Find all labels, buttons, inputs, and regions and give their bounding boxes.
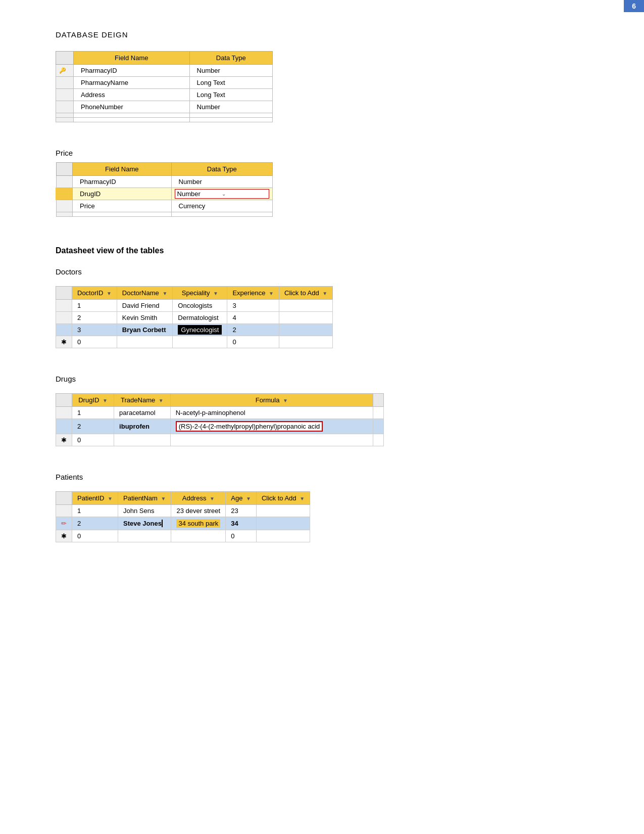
field-pharmacyid: PharmacyID — [74, 65, 190, 77]
doctor-id-2: 2 — [72, 312, 117, 324]
drugs-col-formula: Formula ▼ — [170, 394, 373, 407]
type-drugid-dropdown[interactable]: Number ⌄ — [171, 188, 272, 200]
patient-name-2: Steve Jones — [118, 517, 171, 530]
patient-add-new — [256, 530, 310, 542]
table-row: PhoneNumber Number — [56, 101, 273, 113]
field-phonenumber: PhoneNumber — [74, 101, 190, 113]
table-row-selected: 2 ibuprofen (RS)-2-(4-(2-methylpropyl)ph… — [56, 419, 384, 434]
doctor-speciality-2: Dermatologist — [173, 312, 227, 324]
table-row: PharmacyNarne Long Text — [56, 77, 273, 89]
doctors-col-add: Click to Add ▼ — [279, 287, 333, 300]
table-row-empty — [56, 118, 273, 122]
doctor-add-2 — [279, 312, 333, 324]
doctor-name-3: Bryan Corbett — [117, 324, 172, 336]
doctors-table: DoctorID ▼ DoctorName ▼ Speciality ▼ Exp… — [56, 286, 333, 348]
pharmacy-data-type-header: Data Type — [189, 52, 272, 65]
drug-id-1: 1 — [72, 407, 114, 419]
drugs-table: DrugID ▼ TradeName ▼ Formula ▼ 1 paracet… — [56, 393, 384, 446]
field-address: Address — [74, 89, 190, 101]
table-row-highlight: DrugID Number ⌄ — [57, 188, 273, 200]
table-row-new: ✱ 0 0 — [56, 530, 310, 542]
patient-address-new — [171, 530, 226, 542]
doctors-col-speciality: Speciality ▼ — [173, 287, 227, 300]
doctor-add-1 — [279, 300, 333, 312]
patients-col-address: Address ▼ — [171, 492, 226, 505]
patient-id-1: 1 — [72, 505, 118, 517]
doctor-id-3: 3 — [72, 324, 117, 336]
type-price: Currency — [171, 200, 272, 212]
table-row-empty — [57, 212, 273, 217]
patient-address-1: 23 dever street — [171, 505, 226, 517]
price-table: Field Name Data Type PharmacyID Number D… — [56, 162, 273, 217]
patient-add-2 — [256, 517, 310, 530]
drug-id-new: 0 — [72, 434, 114, 446]
table-row: 2 Kevin Smith Dermatologist 4 — [56, 312, 333, 324]
patient-address-2: 34 south park — [171, 517, 226, 530]
drug-trade-1: paracetamol — [114, 407, 171, 419]
page-number: 6 — [624, 0, 644, 12]
drug-id-2: 2 — [72, 419, 114, 434]
field-drugid: DrugID — [73, 188, 172, 200]
table-row-selected: ✏ 2 Steve Jones 34 south park 34 — [56, 517, 310, 530]
table-row-empty — [56, 113, 273, 118]
table-row: Address Long Text — [56, 89, 273, 101]
doctor-speciality-1: Oncologists — [173, 300, 227, 312]
pharmacy-field-name-header: Field Name — [74, 52, 190, 65]
patient-add-1 — [256, 505, 310, 517]
patients-col-name: PatientNam ▼ — [118, 492, 171, 505]
doctor-speciality-3-selected: Gynecologist — [173, 324, 227, 336]
patients-col-add: Click to Add ▼ — [256, 492, 310, 505]
drugs-col-trade: TradeName ▼ — [114, 394, 171, 407]
patients-col-age: Age ▼ — [226, 492, 257, 505]
field-pharmacyid-price: PharmacyID — [73, 176, 172, 188]
pencil-icon: ✏ — [61, 520, 67, 527]
table-row-selected: 3 Bryan Corbett Gynecologist 2 — [56, 324, 333, 336]
field-price: Price — [73, 200, 172, 212]
patients-col-id: PatientID ▼ — [72, 492, 118, 505]
price-section-label: Price — [56, 149, 588, 157]
patient-age-new: 0 — [226, 530, 257, 542]
type-pharmacynarne: Long Text — [189, 77, 272, 89]
doctors-section-label: Doctors — [56, 267, 588, 276]
doctor-id-new: 0 — [72, 336, 117, 348]
doctors-col-id: DoctorID ▼ — [72, 287, 117, 300]
doctor-exp-2: 4 — [227, 312, 279, 324]
page-title: DATABASE DEIGN — [56, 30, 588, 39]
doctor-name-2: Kevin Smith — [117, 312, 172, 324]
drugs-section-label: Drugs — [56, 375, 588, 383]
doctors-col-name: DoctorName ▼ — [117, 287, 172, 300]
type-address: Long Text — [189, 89, 272, 101]
doctor-name-1: David Friend — [117, 300, 172, 312]
doctor-exp-1: 3 — [227, 300, 279, 312]
patient-age-1: 23 — [226, 505, 257, 517]
drugs-col-id: DrugID ▼ — [72, 394, 114, 407]
doctor-exp-3: 2 — [227, 324, 279, 336]
doctors-col-experience: Experience ▼ — [227, 287, 279, 300]
price-data-type-header: Data Type — [171, 163, 272, 176]
drug-trade-new — [114, 434, 171, 446]
patient-id-2: 2 — [72, 517, 118, 530]
doctor-speciality-new — [173, 336, 227, 348]
table-row: 🔑 PharmacyID Number — [56, 65, 273, 77]
doctor-name-new — [117, 336, 172, 348]
patient-name-1: John Sens — [118, 505, 171, 517]
datasheet-section-label: Datasheet view of the tables — [56, 246, 588, 255]
table-row-new: ✱ 0 0 — [56, 336, 333, 348]
patient-age-2: 34 — [226, 517, 257, 530]
table-row: 1 David Friend Oncologists 3 — [56, 300, 333, 312]
doctor-exp-new: 0 — [227, 336, 279, 348]
drug-formula-1: N-acetyl-p-aminophenol — [170, 407, 373, 419]
patient-name-new — [118, 530, 171, 542]
drug-trade-2: ibuprofen — [114, 419, 171, 434]
type-pharmacyid-price: Number — [171, 176, 272, 188]
patient-id-new: 0 — [72, 530, 118, 542]
table-row: PharmacyID Number — [57, 176, 273, 188]
doctor-add-3 — [279, 324, 333, 336]
patients-table: PatientID ▼ PatientNam ▼ Address ▼ Age ▼… — [56, 491, 310, 542]
table-row: 1 John Sens 23 dever street 23 — [56, 505, 310, 517]
drug-formula-new — [170, 434, 373, 446]
drug-formula-2: (RS)-2-(4-(2-methylpropyl)phenyl)propano… — [170, 419, 373, 434]
type-pharmacyid: Number — [189, 65, 272, 77]
table-row: Price Currency — [57, 200, 273, 212]
table-row: 1 paracetamol N-acetyl-p-aminophenol — [56, 407, 384, 419]
